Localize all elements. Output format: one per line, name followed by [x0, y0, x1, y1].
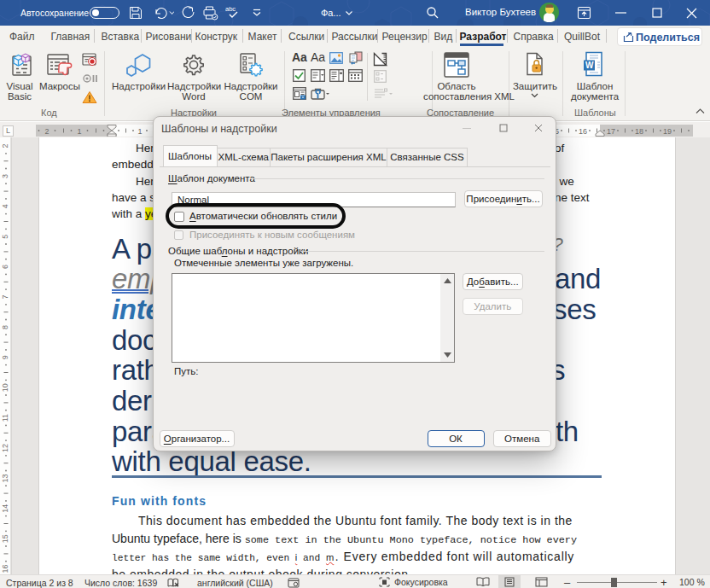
svg-text:6: 6	[1, 265, 9, 269]
svg-text:14: 14	[1, 504, 9, 513]
svg-text:13: 13	[1, 474, 9, 482]
svg-text:4: 4	[1, 204, 9, 208]
svg-text:16: 16	[1, 565, 9, 573]
svg-text:5: 5	[1, 235, 9, 239]
svg-text:2: 2	[1, 143, 9, 148]
svg-text:18: 18	[635, 127, 643, 136]
svg-text:W: W	[585, 61, 594, 70]
svg-text:abc: abc	[225, 5, 236, 13]
svg-text:15: 15	[1, 534, 9, 543]
svg-text:8: 8	[1, 325, 9, 329]
svg-text:1: 1	[137, 127, 142, 136]
svg-text:2: 2	[44, 127, 49, 136]
svg-text:3: 3	[1, 174, 9, 178]
svg-text:10: 10	[1, 383, 9, 392]
svg-text:19: 19	[663, 127, 672, 136]
svg-text:17: 17	[607, 127, 615, 136]
svg-text:9: 9	[1, 355, 9, 359]
svg-text:7: 7	[1, 294, 9, 299]
svg-text:16: 16	[579, 127, 587, 136]
svg-text:12: 12	[1, 444, 9, 452]
svg-text:11: 11	[1, 414, 9, 422]
svg-text:1: 1	[77, 127, 81, 136]
